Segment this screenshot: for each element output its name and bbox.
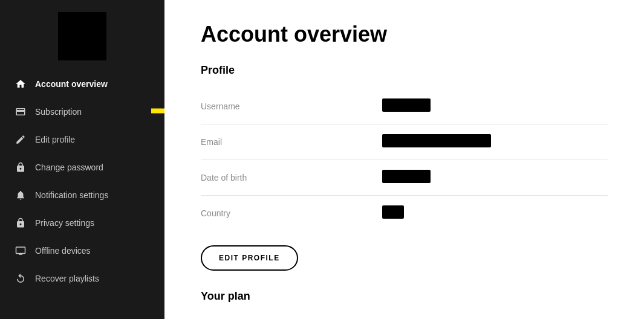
sidebar-item-offline-devices-label: Offline devices [35, 246, 91, 256]
email-redacted [382, 134, 491, 147]
sidebar-item-notification-settings-label: Notification settings [35, 190, 108, 200]
lock-icon [15, 161, 27, 173]
sidebar-item-recover-playlists-label: Recover playlists [35, 274, 99, 283]
username-value [382, 98, 608, 114]
email-value [382, 134, 608, 150]
sidebar-item-account-overview[interactable]: Account overview [0, 70, 164, 98]
profile-section-title: Profile [201, 64, 608, 77]
profile-fields: Username Email Date of birth Country [201, 89, 608, 231]
sidebar-item-edit-profile-label: Edit profile [35, 135, 75, 144]
your-plan-title: Your plan [201, 290, 608, 303]
dob-label: Date of birth [201, 173, 382, 182]
edit-profile-button[interactable]: EDIT PROFILE [201, 245, 298, 271]
sidebar-logo [58, 12, 106, 60]
recover-icon [15, 272, 27, 285]
home-icon [15, 78, 27, 90]
dob-redacted [382, 170, 431, 183]
arrow-annotation [151, 100, 164, 124]
username-redacted [382, 98, 431, 112]
country-redacted [382, 205, 404, 219]
pencil-icon [15, 134, 27, 146]
profile-row-username: Username [201, 89, 608, 124]
sidebar-item-subscription[interactable]: Subscription [0, 98, 164, 126]
devices-icon [15, 245, 27, 257]
country-value [382, 205, 608, 221]
profile-row-email: Email [201, 124, 608, 160]
card-icon [15, 106, 27, 118]
sidebar-item-edit-profile[interactable]: Edit profile [0, 126, 164, 153]
svg-marker-0 [151, 100, 164, 123]
dob-value [382, 170, 608, 185]
email-label: Email [201, 137, 382, 147]
username-label: Username [201, 102, 382, 111]
sidebar-item-change-password-label: Change password [35, 163, 103, 172]
main-content: Account overview Profile Username Email … [164, 0, 644, 319]
sidebar-item-subscription-label: Subscription [35, 107, 82, 117]
profile-row-dob: Date of birth [201, 160, 608, 196]
sidebar-item-recover-playlists[interactable]: Recover playlists [0, 265, 164, 292]
country-label: Country [201, 208, 382, 218]
bell-icon [15, 189, 27, 201]
sidebar-item-notification-settings[interactable]: Notification settings [0, 181, 164, 209]
sidebar-nav: Account overview Subscription [0, 70, 164, 292]
sidebar: Account overview Subscription [0, 0, 164, 319]
sidebar-item-offline-devices[interactable]: Offline devices [0, 237, 164, 265]
lock2-icon [15, 217, 27, 229]
sidebar-item-account-overview-label: Account overview [35, 79, 108, 89]
profile-row-country: Country [201, 196, 608, 231]
page-title: Account overview [201, 22, 608, 47]
sidebar-item-privacy-settings-label: Privacy settings [35, 218, 94, 228]
sidebar-item-privacy-settings[interactable]: Privacy settings [0, 209, 164, 237]
sidebar-item-change-password[interactable]: Change password [0, 153, 164, 181]
